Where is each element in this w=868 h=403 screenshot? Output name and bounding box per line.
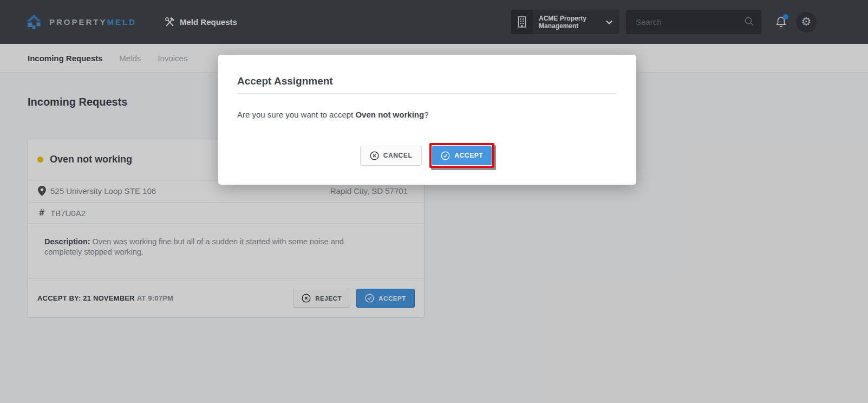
modal-action-buttons: CANCEL ACCEPT — [218, 143, 636, 168]
annotation-highlight-box: ACCEPT — [429, 143, 494, 168]
accept-assignment-modal: Accept Assignment Are you sure you want … — [218, 55, 636, 185]
cancel-button-label: CANCEL — [383, 152, 413, 159]
modal-accept-button-label: ACCEPT — [454, 152, 483, 159]
modal-divider — [237, 93, 617, 94]
modal-message-suffix: ? — [424, 110, 428, 119]
modal-message: Are you sure you want to accept Oven not… — [237, 110, 428, 119]
cancel-button[interactable]: CANCEL — [360, 146, 422, 166]
circle-x-icon — [370, 151, 379, 160]
circle-check-icon — [441, 151, 450, 160]
modal-accept-button[interactable]: ACCEPT — [432, 146, 492, 165]
modal-title: Accept Assignment — [237, 75, 333, 87]
modal-message-prefix: Are you sure you want to accept — [237, 110, 355, 119]
modal-message-subject: Oven not working — [355, 110, 424, 119]
